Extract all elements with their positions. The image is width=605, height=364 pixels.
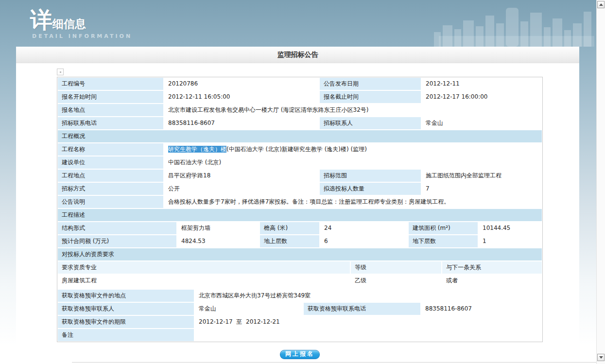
field-value: 6 [320,235,408,247]
logo-title-small: 细信息 [52,17,86,30]
column-header: 要求资质专业 [58,261,350,274]
section-header: 工程描述 [58,209,542,221]
field-label: 工程名称 [58,143,163,156]
field-value: 2012-12-11 [422,78,542,90]
project-name-rest: (中国石油大学 (北京)新建研究生教学 (逸夫)楼) (监理) [226,146,367,153]
field-value: 昌平区府学路18 [164,170,319,182]
field-value: 北京市建设工程发包承包交易中心一楼大厅 (海淀区清华东路东王庄小区32号) [164,104,542,116]
field-label: 获取资格预审文件的期限 [58,316,194,328]
scroll-up-icon [599,3,603,6]
field-label: 报名开始时间 [58,91,163,103]
table-row: 获取资格预审文件的地点 北京市西城区阜外大街37号过桥宾馆349室 [58,290,542,302]
field-value project-name: 研究生教学（逸夫）楼(中国石油大学 (北京)新建研究生教学 (逸夫)楼) (监理… [164,143,542,156]
table-row: 工程地点 昌平区府学路18 招标范围 施工图纸范围内全部监理工程 [58,170,542,182]
field-label: 获取资格预审文件的地点 [58,290,194,302]
field-value: 88358116-8607 [421,303,542,315]
field-value: 24 [320,222,408,234]
qualification-relation: 或者 [442,275,542,287]
field-value: 常金山 [195,303,303,315]
field-label: 招标范围 [320,170,421,182]
table-row: 工程编号 20120786 公告发布日期 2012-12-11 [58,78,542,90]
table-row: 报名地点 北京市建设工程发包承包交易中心一楼大厅 (海淀区清华东路东王庄小区32… [58,104,542,116]
bottom-divider [72,362,596,363]
field-label: 预计合同额 (万元) [58,235,176,247]
field-value: 施工图纸范围内全部监理工程 [422,170,542,182]
table-row: 获取资格预审文件的期限 2012-12-17 至 2012-12-21 [58,316,542,328]
field-label: 招标方式 [58,183,163,195]
section-header: 工程概况 [58,130,542,142]
panel-content: 工程编号 20120786 公告发布日期 2012-12-11 报名开始时间 2… [16,63,579,359]
field-value: 常金山 [422,117,542,129]
scroll-up-button[interactable] [597,1,605,8]
table-row: 招标联系电话 88358116-8607 招标联系人 常金山 [58,117,542,129]
table-row: 公告说明 合格投标人数量多于7家时，择优选择7家投标。备注：项目总监：注册监理工… [58,196,542,208]
field-label: 拟选投标人数量 [320,183,421,195]
city-skyline-graphic [434,2,594,47]
field-label: 结构形式 [58,222,176,234]
field-label: 招标联系电话 [58,117,163,129]
field-label: 工程地点 [58,170,163,182]
field-label: 公告发布日期 [320,78,421,90]
field-label: 地下层数 [409,235,478,247]
field-value: 7 [422,183,542,195]
logo-title-big: 详 [30,7,52,33]
table-row: 报名开始时间 2012-12-11 16:05:00 报名截止时间 2012-1… [58,91,542,103]
field-value: 1 [479,235,542,247]
field-label: 获取资格预审联系电话 [304,303,420,315]
qualification-grade: 乙级 [351,275,441,287]
field-label: 建筑面积 (m²) [409,222,478,234]
scroll-down-button[interactable] [597,354,605,361]
field-label: 建设单位 [58,156,163,169]
field-label: 工程编号 [58,78,163,90]
field-value: 中国石油大学 (北京) [164,156,542,169]
field-value: 2012-12-11 16:05:00 [164,91,319,103]
field-value: 20120786 [164,78,319,90]
table-row: 招标方式 公开 拟选投标人数量 7 [58,183,542,195]
field-label: 报名地点 [58,104,163,116]
button-row: 网上报名 [57,350,543,359]
column-header: 等级 [351,261,441,274]
field-label: 地上层数 [260,235,319,247]
page-banner: 详细信息 DETAIL INFORMATION [0,0,605,47]
field-label: 获取资格预审联系人 [58,303,194,315]
qualification-header-row: 要求资质专业 等级 与下一条关系 [58,261,542,274]
detail-table: 工程编号 20120786 公告发布日期 2012-12-11 报名开始时间 2… [57,77,543,342]
scroll-down-icon [599,356,603,359]
table-row: 获取资格预审联系人 常金山 获取资格预审联系电话 88358116-8607 [58,303,542,315]
logo-subtitle: DETAIL INFORMATION [32,33,132,39]
field-value: 框架剪力墙 [177,222,259,234]
section-header-row: 工程描述 [58,209,542,221]
table-row: 备注 [58,329,542,341]
table-row: 结构形式 框架剪力墙 檐高 (米) 24 建筑面积 (m²) 10144.45 [58,222,542,234]
field-label: 檐高 (米) [260,222,319,234]
field-label: 报名截止时间 [320,91,421,103]
broken-image-placeholder [57,69,64,75]
section-header-row: 工程概况 [58,130,542,142]
field-label: 公告说明 [58,196,163,208]
section-header-row: 对投标人的资质要求 [58,248,542,260]
field-value: 北京市西城区阜外大街37号过桥宾馆349室 [195,290,542,302]
content-panel: 监理招标公告 工程编号 20120786 公告发布日期 2012-12-11 报… [16,47,579,360]
field-value: 合格投标人数量多于7家时，择优选择7家投标。备注：项目总监：注册监理工程师专业类… [164,196,542,208]
qualification-specialty: 房屋建筑工程 [58,275,350,287]
field-label: 备注 [58,329,194,341]
logo-title: 详细信息 [30,9,132,31]
field-value: 公开 [164,183,319,195]
online-signup-button[interactable]: 网上报名 [280,350,320,359]
field-value [195,329,542,341]
field-value: 2012-12-17 至 2012-12-21 [195,316,542,328]
column-header: 与下一条关系 [442,261,542,274]
page-title: 监理招标公告 [16,47,579,63]
field-value: 88358116-8607 [164,117,319,129]
site-logo: 详细信息 DETAIL INFORMATION [30,9,132,39]
vertical-scrollbar[interactable] [596,0,605,364]
field-value: 2012-12-17 16:00:00 [422,91,542,103]
table-row: 预计合同额 (万元) 4824.53 地上层数 6 地下层数 1 [58,235,542,247]
table-row: 工程名称 研究生教学（逸夫）楼(中国石油大学 (北京)新建研究生教学 (逸夫)楼… [58,143,542,156]
field-label: 招标联系人 [320,117,421,129]
qualification-data-row: 房屋建筑工程 乙级 或者 [58,275,542,287]
field-value: 4824.53 [177,235,259,247]
table-row: 建设单位 中国石油大学 (北京) [58,156,542,169]
field-value: 10144.45 [479,222,542,234]
selected-text: 研究生教学（逸夫）楼 [168,146,226,153]
